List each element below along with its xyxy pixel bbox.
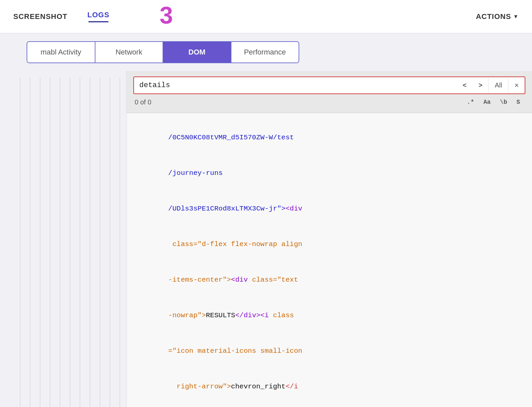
actions-label: ACTIONS (476, 12, 511, 21)
indent-line-8 (90, 78, 90, 407)
case-flag-button[interactable]: Aa (479, 97, 495, 107)
logs-label: LOGS (87, 11, 109, 19)
regex-flag-button[interactable]: .* (463, 97, 478, 107)
indent-line-3 (40, 78, 40, 407)
shadow-flag-label: S (516, 99, 520, 105)
indent-lines-panel (0, 71, 126, 407)
dom-panel: < > All × 0 of 0 .* (126, 71, 532, 407)
search-next-button[interactable]: > (472, 78, 488, 92)
search-all-label: All (495, 81, 502, 89)
tab-label-mabl-activity: mabl Activity (41, 48, 81, 56)
dom-line-1: /0C5N0KC08tVMR_d5I570ZW-W/test (135, 120, 524, 155)
logs-underline (88, 21, 108, 22)
word-flag-button[interactable]: \b (496, 97, 511, 107)
search-input[interactable] (134, 77, 457, 93)
tab-network[interactable]: Network (95, 42, 164, 63)
dom-line-5: -items-center"><div class="text (135, 262, 524, 298)
search-all-button[interactable]: All (488, 78, 508, 92)
top-bar: SCREENSHOT LOGS 3 ACTIONS ▼ (0, 0, 532, 33)
dom-line-3: /UDls3sPE1CRod8xLTMX3Cw-jr"><div (135, 191, 524, 226)
tab-label-dom: DOM (189, 48, 205, 56)
indent-line-11 (120, 78, 120, 407)
indent-line-6 (70, 78, 70, 407)
dom-line-7: ="icon material-icons small-icon (135, 333, 524, 369)
screenshot-label: SCREENSHOT (13, 12, 67, 21)
top-bar-left: SCREENSHOT LOGS (13, 11, 109, 22)
dom-line-9: ></div></a></span></div> (135, 405, 524, 407)
actions-caret-icon: ▼ (513, 14, 519, 20)
search-row: < > All × (133, 76, 525, 94)
case-flag-label: Aa (483, 99, 491, 105)
dom-line-6: -nowrap">RESULTS</div><i class (135, 298, 524, 333)
search-prev-button[interactable]: < (457, 78, 473, 92)
tab-performance[interactable]: Performance (231, 42, 299, 63)
search-close-button[interactable]: × (508, 78, 525, 93)
indent-line-1 (20, 78, 20, 407)
badge-number: 3 (160, 3, 173, 27)
tab-label-network: Network (115, 48, 142, 56)
dom-line-8: right-arrow">chevron_right</i (135, 369, 524, 404)
tab-mabl-activity[interactable]: mabl Activity (27, 42, 95, 63)
indent-line-5 (60, 78, 60, 407)
indent-line-2 (30, 78, 30, 407)
indent-line-4 (50, 78, 50, 407)
indent-line-10 (110, 78, 110, 407)
search-next-label: > (478, 81, 482, 89)
tab-bar: mabl Activity Network DOM Performance (27, 41, 299, 63)
search-count: 0 of 0 (135, 98, 151, 106)
search-prev-label: < (463, 81, 467, 89)
word-flag-label: \b (500, 99, 507, 105)
search-flags: .* Aa \b S (463, 97, 524, 107)
logs-tab[interactable]: LOGS (87, 11, 109, 22)
shadow-flag-button[interactable]: S (512, 97, 524, 107)
indent-line-7 (80, 78, 80, 407)
actions-button[interactable]: ACTIONS ▼ (476, 12, 519, 21)
search-close-label: × (514, 81, 519, 89)
indent-line-9 (100, 78, 100, 407)
tab-label-performance: Performance (244, 48, 286, 56)
tab-dom[interactable]: DOM (163, 42, 231, 63)
search-container: < > All × 0 of 0 .* (127, 71, 532, 113)
content-area: < > All × 0 of 0 .* (0, 71, 532, 407)
regex-flag-label: .* (467, 99, 474, 105)
search-options-row: 0 of 0 .* Aa \b S (133, 94, 525, 107)
dom-code-viewer: /0C5N0KC08tVMR_d5I570ZW-W/test /journey-… (127, 113, 532, 407)
dom-line-2: /journey-runs (135, 155, 524, 191)
dom-line-4: class="d-flex flex-nowrap align (135, 226, 524, 262)
